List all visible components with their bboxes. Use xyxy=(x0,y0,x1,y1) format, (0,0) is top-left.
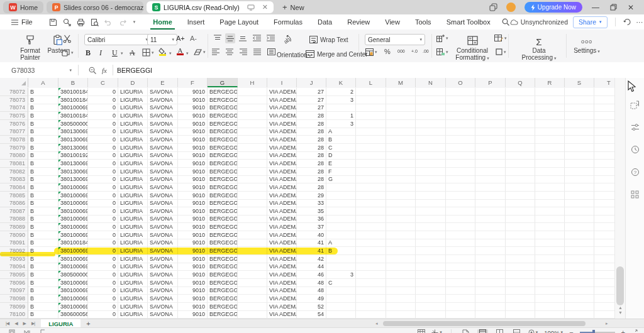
grid-cell[interactable] xyxy=(506,144,535,152)
export-icon[interactable] xyxy=(63,18,71,26)
borders-button[interactable]: ▾ xyxy=(142,48,154,57)
grid-cell[interactable]: LIGURIA xyxy=(118,88,148,96)
grid-cell[interactable] xyxy=(386,239,416,247)
grid-cell[interactable] xyxy=(565,96,594,104)
vertical-scrollbar[interactable]: ▲▼ xyxy=(614,78,625,319)
grid-cell[interactable] xyxy=(594,287,614,295)
column-header-P[interactable]: P xyxy=(475,78,506,87)
grid-cell[interactable] xyxy=(506,295,535,303)
grid-cell[interactable] xyxy=(238,112,267,120)
add-sheet-button[interactable]: + xyxy=(86,320,90,327)
grid-cell[interactable] xyxy=(446,112,475,120)
grid-cell[interactable] xyxy=(416,175,446,183)
grid-cell[interactable]: SAVONA xyxy=(148,215,178,223)
grid-cell[interactable] xyxy=(506,104,535,112)
grid-cell[interactable] xyxy=(594,192,614,200)
grid-cell[interactable] xyxy=(475,183,506,192)
grid-cell[interactable] xyxy=(416,128,446,136)
grid-cell[interactable] xyxy=(475,96,506,104)
grid-cell[interactable]: LIGURIA xyxy=(118,96,148,104)
grid-cell[interactable] xyxy=(535,88,565,96)
grid-cell[interactable] xyxy=(326,287,356,295)
grid-cell[interactable] xyxy=(238,88,267,96)
grid-cell[interactable] xyxy=(416,295,446,303)
grid-cell[interactable] xyxy=(594,136,614,144)
grid-cell[interactable] xyxy=(238,144,267,152)
grid-cell[interactable]: 3806000560 xyxy=(58,310,88,319)
copy-icon[interactable]: ▾ xyxy=(62,48,74,57)
grid-cell[interactable]: 0 xyxy=(88,279,118,287)
grid-cell[interactable] xyxy=(565,207,594,216)
grid-cell[interactable]: B xyxy=(28,295,58,303)
font-name-combo[interactable]: Calibri▾ xyxy=(84,34,151,45)
grid-cell[interactable] xyxy=(475,310,506,319)
grid-cell[interactable]: 46 xyxy=(297,271,326,279)
menu-tab-smart-toolbox[interactable]: Smart Toolbox xyxy=(439,14,498,30)
grid-cell[interactable]: 0 xyxy=(88,223,118,231)
grid-cell[interactable] xyxy=(416,120,446,128)
grid-cell[interactable]: LIGURIA xyxy=(118,104,148,112)
grid-cell[interactable] xyxy=(506,151,535,160)
grid-cell[interactable]: B xyxy=(28,207,58,216)
grid-cell[interactable]: VIA ADEMA xyxy=(267,215,297,223)
grid-cell[interactable]: B xyxy=(28,128,58,136)
increase-indent-icon[interactable] xyxy=(267,35,275,41)
grid-cell[interactable] xyxy=(594,231,614,239)
grid-cell[interactable] xyxy=(386,151,416,160)
distributed-icon[interactable] xyxy=(267,48,275,55)
column-header-N[interactable]: N xyxy=(416,78,446,87)
grid-cell[interactable] xyxy=(535,96,565,104)
grid-cell[interactable]: SAVONA xyxy=(148,231,178,239)
grid-cell[interactable] xyxy=(416,192,446,200)
grid-cell[interactable]: SAVONA xyxy=(148,160,178,168)
grid-cell[interactable] xyxy=(506,96,535,104)
grid-cell[interactable] xyxy=(475,247,506,255)
align-center-icon[interactable] xyxy=(226,48,233,55)
grid-cell[interactable] xyxy=(506,128,535,136)
grid-cell[interactable] xyxy=(506,231,535,239)
row-header[interactable]: 78087 xyxy=(0,207,28,216)
grid-cell[interactable] xyxy=(356,215,386,223)
chevron-down-icon[interactable]: ▾ xyxy=(186,51,189,56)
grid-cell[interactable]: VIA ADEMA xyxy=(267,271,297,279)
row-header[interactable]: 78093 xyxy=(0,255,28,263)
grid-cell[interactable] xyxy=(565,199,594,207)
grid-cell[interactable]: VIA ADEMA xyxy=(267,295,297,303)
grid-cell[interactable]: VIA ADEMA xyxy=(267,207,297,216)
grid-cell[interactable] xyxy=(565,295,594,303)
format-painter-button[interactable]: Format Painter xyxy=(18,33,43,61)
grid-cell[interactable]: SAVONA xyxy=(148,255,178,263)
grid-cell[interactable]: BERGEGGI xyxy=(208,104,238,112)
menu-tab-page-layout[interactable]: Page Layout xyxy=(212,14,266,30)
grid-cell[interactable]: SAVONA xyxy=(148,271,178,279)
grid-cell[interactable]: SAVONA xyxy=(148,120,178,128)
grid-cell[interactable] xyxy=(356,151,386,160)
grid-cell[interactable]: SAVONA xyxy=(148,88,178,96)
grid-cell[interactable] xyxy=(416,183,446,192)
grid-cell[interactable]: BERGEGGI xyxy=(208,310,238,319)
apps-grid-icon[interactable] xyxy=(631,190,639,199)
grid-cell[interactable]: 48 xyxy=(297,287,326,295)
grid-cell[interactable]: BERGEGGI xyxy=(208,120,238,128)
grid-cell[interactable]: 9010 xyxy=(178,239,208,247)
grid-cell[interactable]: 0 xyxy=(88,303,118,311)
grid-cell[interactable]: LIGURIA xyxy=(118,112,148,120)
row-header[interactable]: 78096 xyxy=(0,279,28,287)
history-icon[interactable] xyxy=(623,18,631,26)
grid-cell[interactable]: 41 xyxy=(297,239,326,247)
grid-cell[interactable] xyxy=(506,175,535,183)
grid-cell[interactable] xyxy=(565,192,594,200)
grid-cell[interactable]: VIA ADEMA xyxy=(267,231,297,239)
column-header-J[interactable]: J xyxy=(297,78,326,87)
grid-cell[interactable]: 40 xyxy=(297,231,326,239)
settings-button[interactable]: ooo Settings▾ xyxy=(571,33,602,55)
grid-cell[interactable] xyxy=(565,239,594,247)
grid-cell[interactable]: E xyxy=(326,160,356,168)
grid-cell[interactable] xyxy=(565,144,594,152)
merge-center-button[interactable]: Merge and Center▾ xyxy=(306,50,371,58)
grid-cell[interactable] xyxy=(386,310,416,319)
grid-cell[interactable]: VIA ADEMA xyxy=(267,199,297,207)
grid-cell[interactable] xyxy=(594,199,614,207)
grid-cell[interactable]: BERGEGGI xyxy=(208,295,238,303)
hscroll-right-icon[interactable]: ▸ xyxy=(606,321,608,326)
